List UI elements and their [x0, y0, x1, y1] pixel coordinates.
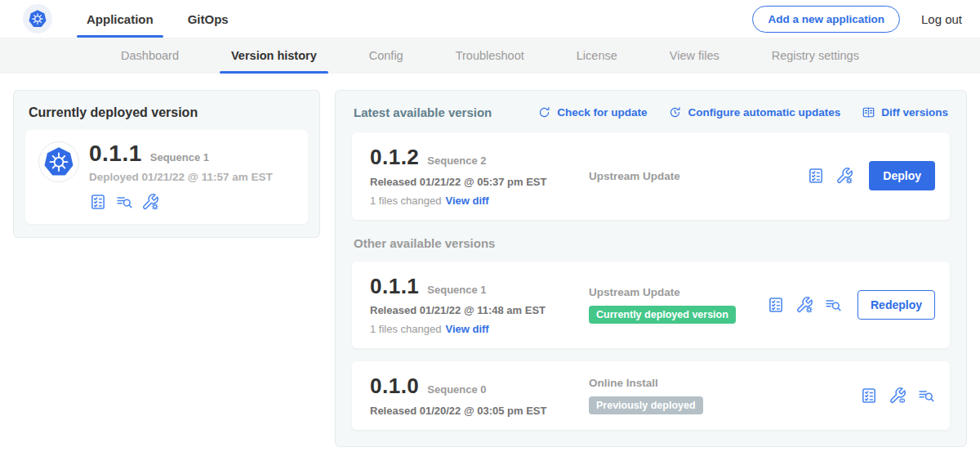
sequence-label: Sequence 1 [427, 284, 486, 296]
clock-refresh-icon [668, 105, 682, 119]
kubernetes-logo-icon [28, 9, 47, 29]
released-timestamp: Released 01/21/22 @ 11:48 am EST [370, 304, 589, 316]
release-notes-search-icon[interactable] [115, 193, 133, 211]
view-diff-link[interactable]: View diff [445, 323, 488, 335]
deployed-version-number: 0.1.1 [89, 141, 142, 165]
subnav-view-files[interactable]: View files [666, 38, 723, 74]
deployed-version-card: 0.1.1 Sequence 1 Deployed 01/21/22 @ 11:… [25, 130, 308, 224]
subnav-registry-settings[interactable]: Registry settings [768, 38, 862, 74]
main-content: Currently deployed version 0.1.1 Sequenc… [0, 74, 980, 461]
currently-deployed-badge: Currently deployed version [589, 306, 736, 324]
check-for-update-link[interactable]: Check for update [537, 105, 647, 119]
tab-application-label: Application [87, 12, 154, 26]
diff-versions-label: Diff versions [881, 106, 948, 119]
app-nav: Application GitOps [82, 0, 234, 38]
view-diff-link[interactable]: View diff [445, 195, 488, 207]
configure-automatic-updates-link[interactable]: Configure automatic updates [668, 105, 840, 119]
redeploy-button[interactable]: Redeploy [858, 290, 935, 320]
released-timestamp: Released 01/21/22 @ 05:37 pm EST [370, 176, 589, 188]
version-card-0-1-0: 0.1.0 Sequence 0 Released 01/20/22 @ 03:… [352, 361, 950, 430]
tab-gitops[interactable]: GitOps [183, 0, 234, 38]
preflight-checklist-icon[interactable] [860, 387, 878, 405]
files-changed-label: 1 files changed [370, 323, 441, 335]
diff-versions-link[interactable]: Diff versions [862, 105, 948, 119]
version-source: Upstream Update Currently deployed versi… [589, 286, 767, 324]
source-label: Upstream Update [589, 170, 807, 182]
deployed-timestamp: Deployed 01/21/22 @ 11:57 am EST [89, 171, 273, 183]
currently-deployed-panel: Currently deployed version 0.1.1 Sequenc… [13, 90, 320, 238]
subnav-config[interactable]: Config [366, 38, 407, 74]
check-for-update-label: Check for update [557, 106, 647, 119]
version-source: Online Install Previously deployed [589, 377, 860, 414]
version-number: 0.1.1 [370, 275, 419, 298]
subnav-license[interactable]: License [573, 38, 621, 74]
currently-deployed-title: Currently deployed version [29, 105, 305, 120]
add-application-button[interactable]: Add a new application [752, 6, 900, 33]
deployed-version-info: 0.1.1 Sequence 1 Deployed 01/21/22 @ 11:… [89, 141, 273, 211]
tab-gitops-label: GitOps [188, 12, 229, 26]
app-logo-icon [42, 145, 75, 178]
config-wrench-gear-icon[interactable] [835, 167, 853, 185]
config-wrench-eye-icon[interactable] [889, 387, 906, 405]
released-timestamp: Released 01/20/22 @ 03:05 pm EST [370, 405, 589, 417]
preflight-checklist-icon[interactable] [767, 296, 785, 314]
config-wrench-gear-icon[interactable] [795, 296, 813, 314]
sequence-label: Sequence 2 [427, 154, 486, 167]
source-label: Upstream Update [589, 286, 767, 298]
version-source: Upstream Update [589, 170, 807, 182]
version-number: 0.1.2 [370, 145, 419, 169]
configure-automatic-updates-label: Configure automatic updates [688, 106, 840, 119]
version-number: 0.1.0 [370, 374, 419, 398]
sequence-label: Sequence 0 [427, 383, 486, 396]
config-wrench-gear-icon[interactable] [141, 193, 159, 211]
version-info: 0.1.0 Sequence 0 Released 01/20/22 @ 03:… [370, 374, 589, 417]
version-card-0-1-2: 0.1.2 Sequence 2 Released 01/21/22 @ 05:… [352, 132, 950, 220]
kubernetes-logo [23, 4, 52, 34]
other-available-title: Other available versions [354, 236, 948, 250]
subnav-dashboard[interactable]: Dashboard [118, 38, 182, 74]
subnav-troubleshoot[interactable]: Troubleshoot [452, 38, 528, 74]
files-changed-label: 1 files changed [370, 195, 441, 207]
preflight-checklist-icon[interactable] [89, 193, 107, 211]
release-notes-search-icon[interactable] [917, 387, 935, 405]
version-card-0-1-1: 0.1.1 Sequence 1 Released 01/21/22 @ 11:… [352, 262, 950, 349]
tab-application[interactable]: Application [82, 0, 158, 38]
app-logo [38, 141, 79, 182]
version-history-panel: Latest available version Check for updat… [335, 90, 967, 447]
version-info: 0.1.2 Sequence 2 Released 01/21/22 @ 05:… [370, 145, 589, 207]
source-label: Online Install [589, 377, 860, 389]
diff-icon [862, 105, 875, 119]
refresh-icon [537, 105, 551, 119]
app-subnav: Dashboard Version history Config Trouble… [0, 38, 980, 74]
preflight-checklist-icon[interactable] [807, 167, 825, 185]
previously-deployed-badge: Previously deployed [589, 396, 703, 414]
deploy-button[interactable]: Deploy [869, 161, 935, 190]
logout-link[interactable]: Log out [921, 12, 962, 26]
deployed-sequence-label: Sequence 1 [150, 151, 209, 163]
version-info: 0.1.1 Sequence 1 Released 01/21/22 @ 11:… [370, 275, 589, 336]
app-header: Application GitOps Add a new application… [0, 0, 980, 38]
latest-available-title: Latest available version [354, 105, 492, 119]
release-notes-search-icon[interactable] [824, 296, 842, 314]
subnav-version-history[interactable]: Version history [228, 38, 320, 74]
